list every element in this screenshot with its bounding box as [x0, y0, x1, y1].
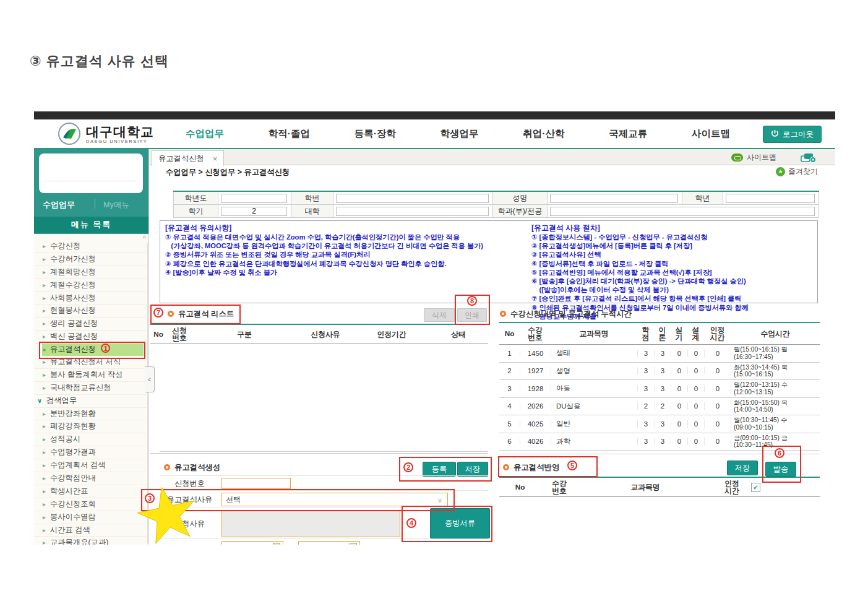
nav-item[interactable]: 등록·장학 — [355, 128, 396, 141]
detail-reason-textarea[interactable] — [221, 510, 400, 537]
period-start-field[interactable] — [221, 541, 283, 545]
table-row[interactable]: 6 4026 과학 3 3 0 0 0 금(09:00~10:15) 금(10:… — [499, 433, 820, 451]
sidebar-item[interactable]: 생리 공결신청 — [34, 318, 148, 331]
register-button[interactable]: 등록 — [423, 462, 456, 477]
sidebar-tab-mymenu[interactable]: My메뉴 — [103, 200, 129, 210]
column-header: 상태 — [429, 331, 488, 339]
table-row[interactable]: 3 1928 아동 3 3 0 0 0 월(12:00~13:15) 수(12:… — [499, 380, 820, 398]
cell-design: 0 — [687, 438, 704, 445]
sidebar-item[interactable]: 분반강좌현황 — [34, 408, 148, 421]
send-button[interactable]: 발송 — [765, 462, 796, 477]
sidebar-item[interactable]: 수업계획서 검색 — [34, 459, 148, 472]
sidebar-item[interactable]: 폐강강좌현황 — [34, 420, 148, 433]
delete-button[interactable]: 삭제 — [424, 308, 455, 322]
sidebar-collapse-handle[interactable]: < — [145, 366, 155, 392]
nav-item[interactable]: 학적·졸업 — [269, 128, 310, 141]
absence-reason-select[interactable]: 선택 ∨ — [221, 493, 448, 506]
department-label: 학과(부)/전공 — [493, 205, 548, 218]
logout-button[interactable]: 로그아웃 — [763, 126, 822, 143]
annotation-badge-6: 6 — [775, 448, 784, 458]
page-title: ③ 유고결석 사유 선택 — [30, 52, 169, 71]
sidebar-section-search[interactable]: 검색업무 — [34, 395, 148, 408]
calendar-icon[interactable] — [350, 543, 357, 545]
period-end-field[interactable] — [298, 541, 360, 545]
close-all-tabs-icon[interactable] — [801, 153, 817, 165]
nav-item[interactable]: 사이트맵 — [692, 128, 730, 141]
sidebar-item[interactable]: 국내학점교류신청 — [34, 382, 148, 395]
column-header: No — [499, 483, 541, 491]
sidebar-item[interactable]: 수강신청 — [34, 240, 148, 253]
calendar-icon[interactable] — [273, 543, 280, 545]
sidebar-item[interactable]: 성적공시 — [34, 433, 148, 446]
period-row: ~ — [160, 538, 488, 545]
select-all-column: ✔ — [751, 483, 760, 492]
notice-line: ([발송]이후에는 데이터 수정 및 삭제 불가) — [531, 285, 815, 294]
save-button-create[interactable]: 저장 — [457, 462, 488, 477]
university-emblem-icon — [58, 122, 81, 147]
absence-list-table-header: No 신청 번호 구분 신청사유 인정기간 상태 — [150, 324, 488, 344]
selected-option: 선택 — [226, 495, 241, 504]
sidebar-item[interactable]: 사회봉사신청 — [34, 292, 148, 305]
favorite-label: 즐겨찾기 — [788, 166, 818, 177]
nav-item[interactable]: 수업업무 — [186, 128, 224, 141]
attachment-button[interactable]: 증빙서류 — [430, 508, 490, 538]
sitemap-shortcut[interactable]: 사이트맵 — [731, 152, 776, 163]
sidebar-item-selected[interactable]: 유고결석신청 1 — [42, 344, 144, 356]
sidebar-item[interactable]: 계절희망신청 — [34, 266, 148, 279]
table-row[interactable]: 2 1927 생명 3 3 0 0 0 화(13:30~14:45) 목(15:… — [499, 363, 820, 381]
close-icon[interactable]: × — [213, 154, 218, 163]
notice-cautions-title: [유고결석 유의사항] — [165, 223, 528, 233]
sidebar-item[interactable]: 백신 공결신청 — [34, 331, 148, 344]
college-field[interactable] — [336, 207, 489, 216]
absence-list-table: No 신청 번호 구분 신청사유 인정기간 상태 — [150, 324, 488, 454]
sidebar-item[interactable]: 계절수강신청 — [34, 279, 148, 292]
semester-field[interactable] — [221, 207, 287, 216]
notice-line: ② 증빙서류가 위조 또는 변조된 것일 경우 해당 교과목 실격(F)처리 — [165, 250, 528, 259]
sidebar-item[interactable]: 유고결석신청서 서식 — [34, 356, 148, 369]
create-section-title: 유고결석생성 — [164, 462, 220, 473]
sidebar-item[interactable]: 봉사 활동계획서 작성 — [34, 369, 148, 382]
table-row[interactable]: 1 1450 생태 3 3 0 0 0 월(15:00~16:15) 월(16:… — [499, 345, 820, 363]
department-field[interactable] — [550, 207, 815, 216]
nav-item[interactable]: 학생업무 — [440, 128, 479, 141]
sitemap-icon — [731, 154, 743, 162]
select-all-checkbox[interactable]: ✔ — [751, 483, 760, 492]
cell-theory: 3 — [654, 385, 671, 392]
nav-item[interactable]: 취업·산학 — [523, 128, 564, 141]
apply-table-header: No 수강 번호 교과목명 인정 시간 ✔ — [499, 477, 820, 497]
cell-course-name: 과학 — [551, 437, 637, 446]
table-row[interactable]: 4 2026 DU실용 2 2 0 0 0 화(15:00~15:50) 목(1… — [499, 398, 820, 416]
favorite-button[interactable]: ★ 즐겨찾기 — [776, 166, 818, 177]
tab-absence-application[interactable]: 유고결석신청 × — [152, 150, 224, 166]
sidebar-tab-classwork[interactable]: 수업업무 — [43, 199, 75, 210]
sidebar-item[interactable]: 수강허가신청 — [34, 253, 148, 266]
grade-field[interactable] — [726, 194, 815, 203]
section-bullet-icon — [500, 311, 506, 317]
column-header: 수강 번호 — [541, 480, 578, 495]
print-button[interactable]: 인쇄 — [457, 308, 487, 322]
name-field[interactable] — [550, 194, 678, 203]
cell-class-time: 화(15:00~15:50) 목(14:00~14:50) — [731, 399, 820, 413]
main-nav: 수업업무 학적·졸업 등록·장학 학생업무 취업·산학 국제교류 사이트맵 — [186, 119, 730, 148]
cell-practice: 0 — [671, 438, 687, 445]
cell-recognized: 0 — [704, 420, 731, 428]
year-field[interactable] — [221, 194, 287, 203]
sidebar-item-label: 성적공시 — [50, 435, 80, 443]
cell-practice: 0 — [671, 350, 687, 357]
cell-course-name: 생태 — [551, 348, 637, 358]
request-no-row: 신청번호 — [160, 475, 488, 491]
sidebar-item[interactable]: 수강학점안내 — [34, 472, 148, 485]
sidebar-item-label: 국내학점교류신청 — [50, 383, 111, 392]
cell-theory: 3 — [654, 420, 671, 428]
sidebar-item[interactable]: 수업평가결과 — [34, 446, 148, 459]
cell-no: 2 — [499, 367, 520, 374]
sidebar-item[interactable]: 헌혈봉사신청 — [34, 305, 148, 318]
notice-line: ④ [증빙서류]선택 후 파일 업로드 - 저장 클릭 — [531, 259, 815, 268]
column-header: No — [499, 330, 520, 338]
request-no-field[interactable] — [221, 478, 291, 489]
nav-item[interactable]: 국제교류 — [609, 128, 647, 141]
table-row[interactable]: 5 4025 일반 3 3 0 0 0 월(10:30~11:45) 수(09:… — [499, 415, 820, 433]
student-id-field[interactable] — [336, 194, 489, 203]
save-button-apply[interactable]: 저장 — [727, 460, 758, 475]
annotation-badge-2: 2 — [403, 462, 413, 472]
